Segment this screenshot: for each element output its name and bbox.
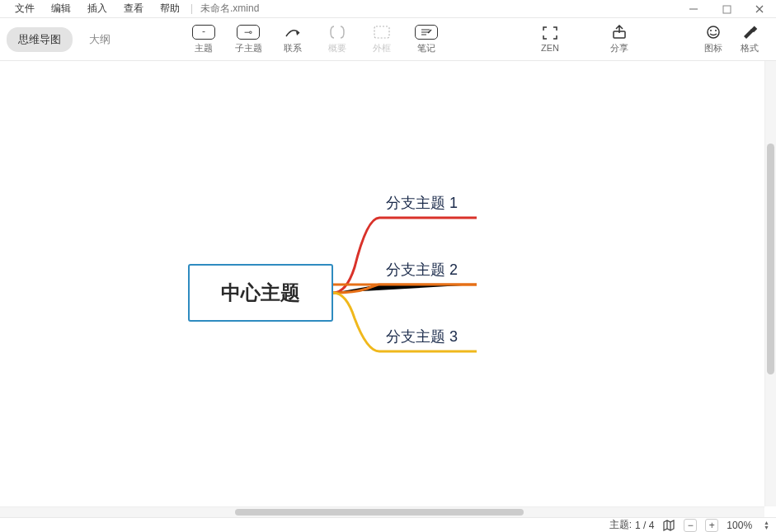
menu-divider bbox=[191, 4, 192, 14]
svg-point-10 bbox=[708, 26, 719, 38]
svg-rect-1 bbox=[723, 6, 731, 13]
subtopic-button[interactable]: ⊸ 子主题 bbox=[226, 20, 270, 59]
topic-label: 主题 bbox=[195, 42, 213, 54]
minimize-icon bbox=[689, 4, 698, 14]
menu-help[interactable]: 帮助 bbox=[152, 0, 188, 17]
subtopic-icon: ⊸ bbox=[237, 25, 260, 40]
tab-outline[interactable]: 大纲 bbox=[78, 27, 122, 52]
branch-topic-1[interactable]: 分支主题 1 bbox=[386, 193, 458, 213]
canvas[interactable]: 中心主题 分支主题 1 分支主题 2 分支主题 3 bbox=[0, 61, 764, 506]
zoom-down-icon[interactable]: ▼ bbox=[764, 525, 769, 530]
menubar: 文件 编辑 插入 查看 帮助 未命名.xmind bbox=[0, 0, 776, 18]
marker-icon bbox=[702, 25, 725, 40]
marker-label: 图标 bbox=[704, 42, 722, 54]
note-icon bbox=[415, 25, 438, 40]
window-controls bbox=[677, 0, 776, 18]
boundary-button[interactable]: 外框 bbox=[360, 20, 404, 59]
topic-count: 主题: 1 / 4 bbox=[609, 518, 655, 532]
vscroll-thumb[interactable] bbox=[767, 144, 774, 374]
relation-label: 联系 bbox=[284, 42, 302, 54]
connectors bbox=[0, 61, 764, 506]
close-button[interactable] bbox=[743, 0, 776, 18]
share-button[interactable]: 分享 bbox=[597, 20, 642, 59]
topic-icon: - bbox=[192, 25, 215, 40]
tab-mindmap[interactable]: 思维导图 bbox=[7, 27, 73, 52]
summary-button[interactable]: 概要 bbox=[315, 20, 360, 59]
toolbar-center: - 主题 ⊸ 子主题 联系 概要 外框 bbox=[181, 20, 449, 59]
svg-point-11 bbox=[710, 30, 712, 31]
marker-button[interactable]: 图标 bbox=[695, 20, 731, 59]
menu-file[interactable]: 文件 bbox=[7, 0, 43, 17]
summary-label: 概要 bbox=[328, 42, 346, 54]
minimize-button[interactable] bbox=[677, 0, 710, 18]
subtopic-label: 子主题 bbox=[235, 42, 262, 54]
zen-button[interactable]: ZEN bbox=[528, 20, 572, 59]
zoom-stepper[interactable]: ▲ ▼ bbox=[764, 520, 769, 530]
menu-insert[interactable]: 插入 bbox=[79, 0, 115, 17]
zoom-in-button[interactable]: + bbox=[705, 519, 718, 532]
zen-icon bbox=[538, 26, 562, 40]
maximize-button[interactable] bbox=[710, 0, 743, 18]
relation-button[interactable]: 联系 bbox=[270, 20, 315, 59]
summary-icon bbox=[326, 25, 349, 40]
format-icon bbox=[738, 25, 761, 40]
menu-view[interactable]: 查看 bbox=[115, 0, 152, 17]
maximize-icon bbox=[722, 5, 731, 14]
toolbar: 思维导图 大纲 - 主题 ⊸ 子主题 联系 概要 外框 bbox=[0, 18, 776, 61]
topic-count-value: 1 / 4 bbox=[635, 520, 654, 531]
filename-label: 未命名.xmind bbox=[195, 0, 264, 17]
zoom-level: 100% bbox=[727, 520, 752, 531]
mindmap: 中心主题 分支主题 1 分支主题 2 分支主题 3 bbox=[0, 61, 764, 506]
toolbar-right: 图标 格式 bbox=[695, 20, 768, 59]
svg-point-12 bbox=[715, 30, 717, 31]
vertical-scrollbar[interactable] bbox=[764, 61, 776, 506]
boundary-label: 外框 bbox=[373, 42, 391, 54]
map-icon bbox=[662, 520, 675, 531]
boundary-icon bbox=[370, 25, 393, 40]
note-label: 笔记 bbox=[417, 42, 435, 54]
topic-count-label: 主题: bbox=[609, 518, 632, 532]
statusbar: 主题: 1 / 4 − + 100% ▲ ▼ bbox=[0, 517, 776, 532]
hscroll-thumb[interactable] bbox=[235, 509, 524, 516]
zoom-out-button[interactable]: − bbox=[684, 519, 697, 532]
share-icon bbox=[608, 25, 631, 40]
toolbar-mid-right: ZEN 分享 bbox=[528, 20, 642, 59]
share-label: 分享 bbox=[610, 42, 628, 54]
branch-topic-3[interactable]: 分支主题 3 bbox=[386, 327, 458, 346]
note-button[interactable]: 笔记 bbox=[404, 20, 449, 59]
map-overview-button[interactable] bbox=[662, 520, 675, 531]
topic-button[interactable]: - 主题 bbox=[181, 20, 226, 59]
menu-edit[interactable]: 编辑 bbox=[43, 0, 79, 17]
branch-topic-2[interactable]: 分支主题 2 bbox=[386, 260, 458, 280]
format-button[interactable]: 格式 bbox=[731, 20, 768, 59]
format-label: 格式 bbox=[741, 42, 759, 54]
central-topic[interactable]: 中心主题 bbox=[188, 264, 333, 322]
zen-label: ZEN bbox=[541, 43, 559, 53]
relation-icon bbox=[281, 25, 304, 40]
svg-rect-5 bbox=[374, 26, 389, 38]
view-tabs: 思维导图 大纲 bbox=[7, 27, 122, 52]
horizontal-scrollbar[interactable] bbox=[0, 506, 764, 517]
close-icon bbox=[755, 4, 764, 14]
